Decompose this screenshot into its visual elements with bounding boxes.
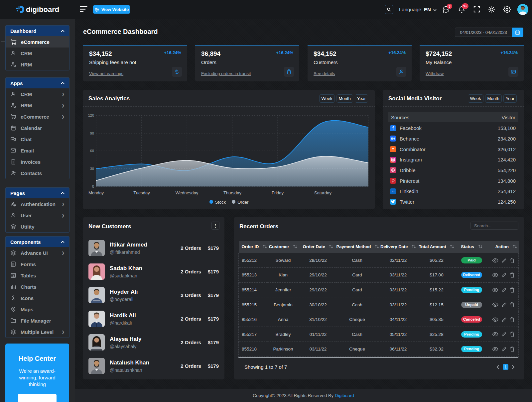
svg-text:Saturday: Saturday [314,190,332,195]
svg-text:120: 120 [88,113,94,117]
svg-text:90: 90 [90,131,94,135]
svg-text:0: 0 [92,184,94,188]
svg-text:Monday: Monday [88,190,104,195]
svg-text:Tuesday: Tuesday [133,190,150,195]
svg-text:30: 30 [90,167,94,171]
svg-text:Wednesday: Wednesday [176,190,199,195]
svg-text:Thursday: Thursday [223,190,242,195]
svg-text:Friday: Friday [272,190,284,195]
svg-text:60: 60 [90,149,94,153]
